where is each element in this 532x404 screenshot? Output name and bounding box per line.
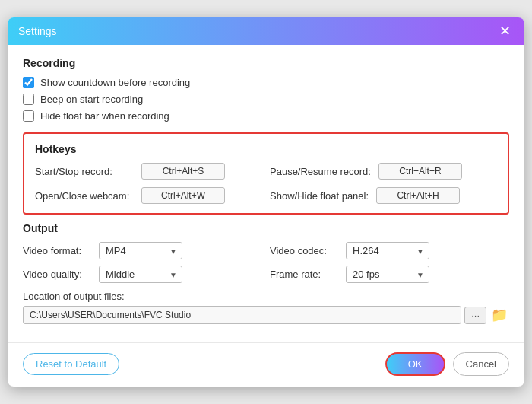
close-button[interactable]: ✕ [496,24,514,38]
output-section: Output Video format: MP4AVIMOV ▼ Video c… [23,222,509,324]
output-label-0: Video format: [23,245,91,256]
title-bar: Settings ✕ [8,17,524,45]
hotkey-label-1: Pause/Resume record: [270,166,371,177]
output-label-2: Video quality: [23,269,91,280]
hotkey-input-3[interactable] [376,187,460,204]
output-title: Output [23,222,509,234]
frame-rate-wrapper: 15 fps20 fps30 fps60 fps ▼ [346,266,429,283]
checkbox-countdown-label: Show countdown before recording [40,77,190,88]
video-format-wrapper: MP4AVIMOV ▼ [99,242,182,259]
ok-button[interactable]: OK [385,352,445,376]
frame-rate-select[interactable]: 15 fps20 fps30 fps60 fps [346,266,429,283]
hotkey-row-1: Pause/Resume record: [270,163,497,180]
location-label: Location of output files: [23,291,509,302]
hotkey-row-2: Open/Close webcam: [35,187,262,204]
location-input[interactable] [23,306,461,324]
checkbox-hide-float-label: Hide float bar when recording [40,110,169,122]
checkbox-row-1: Beep on start recording [23,94,509,105]
checkbox-row-0: Show countdown before recording [23,77,509,88]
hotkeys-grid: Start/Stop record: Pause/Resume record: … [35,163,497,204]
video-quality-select[interactable]: LowMiddleHigh [99,266,182,283]
reset-button[interactable]: Reset to Default [23,353,119,375]
video-codec-wrapper: H.264H.265VP9 ▼ [346,242,429,259]
footer: Reset to Default OK Cancel [8,342,524,387]
settings-dialog: Settings ✕ Recording Show countdown befo… [8,17,524,387]
output-row-2: Video quality: LowMiddleHigh ▼ [23,266,262,283]
recording-title: Recording [23,57,509,69]
footer-right: OK Cancel [385,352,509,376]
recording-section: Recording Show countdown before recordin… [23,57,509,122]
cancel-button[interactable]: Cancel [453,352,509,376]
hotkey-label-3: Show/Hide float panel: [270,190,369,202]
checkbox-countdown[interactable] [23,77,34,88]
checkbox-row-2: Hide float bar when recording [23,110,509,122]
checkbox-beep-label: Beep on start recording [40,94,143,105]
hotkey-input-0[interactable] [141,163,225,180]
location-row: Location of output files: ··· 📁 [23,291,509,324]
output-label-1: Video codec: [270,245,338,256]
checkbox-beep[interactable] [23,94,34,105]
video-codec-select[interactable]: H.264H.265VP9 [346,242,429,259]
output-grid: Video format: MP4AVIMOV ▼ Video codec: H… [23,242,509,283]
output-label-3: Frame rate: [270,269,338,280]
output-row-0: Video format: MP4AVIMOV ▼ [23,242,262,259]
hotkey-row-3: Show/Hide float panel: [270,187,497,204]
output-row-1: Video codec: H.264H.265VP9 ▼ [270,242,509,259]
folder-button[interactable]: 📁 [489,307,509,323]
checkbox-hide-float[interactable] [23,110,34,122]
dialog-title: Settings [18,25,57,37]
dots-button[interactable]: ··· [464,307,486,324]
hotkey-row-0: Start/Stop record: [35,163,262,180]
hotkey-label-2: Open/Close webcam: [35,190,134,202]
video-quality-wrapper: LowMiddleHigh ▼ [99,266,182,283]
hotkeys-title: Hotkeys [35,143,497,155]
hotkey-label-0: Start/Stop record: [35,166,134,177]
dialog-content: Recording Show countdown before recordin… [8,45,524,335]
output-row-3: Frame rate: 15 fps20 fps30 fps60 fps ▼ [270,266,509,283]
location-input-row: ··· 📁 [23,306,509,324]
hotkey-input-1[interactable] [378,163,462,180]
hotkeys-section: Hotkeys Start/Stop record: Pause/Resume … [23,132,509,215]
hotkey-input-2[interactable] [141,187,225,204]
video-format-select[interactable]: MP4AVIMOV [99,242,182,259]
